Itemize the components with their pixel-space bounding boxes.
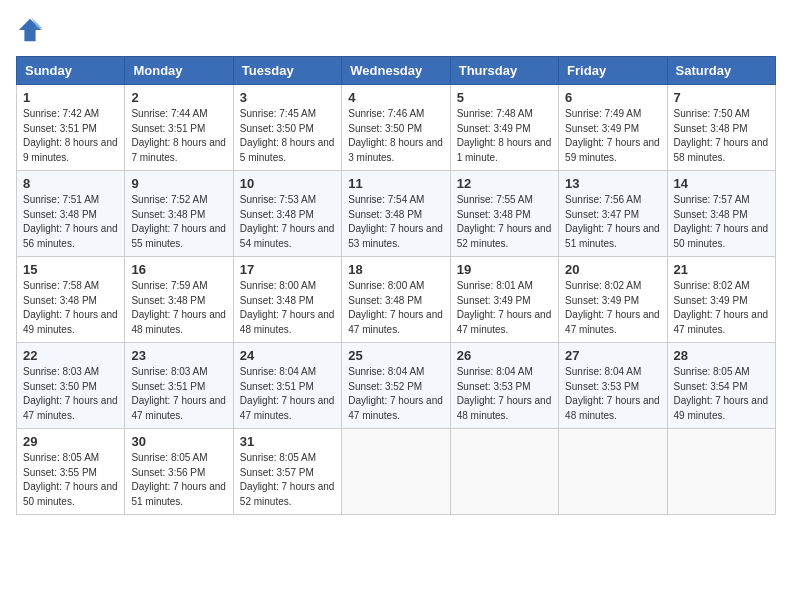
day-info: Sunrise: 8:05 AMSunset: 3:54 PMDaylight:… (674, 366, 769, 421)
calendar-cell (342, 429, 450, 515)
day-number: 11 (348, 176, 443, 191)
calendar-cell (559, 429, 667, 515)
calendar-cell: 7 Sunrise: 7:50 AMSunset: 3:48 PMDayligh… (667, 85, 775, 171)
day-info: Sunrise: 8:03 AMSunset: 3:51 PMDaylight:… (131, 366, 226, 421)
day-info: Sunrise: 8:05 AMSunset: 3:57 PMDaylight:… (240, 452, 335, 507)
day-info: Sunrise: 8:05 AMSunset: 3:56 PMDaylight:… (131, 452, 226, 507)
day-info: Sunrise: 8:05 AMSunset: 3:55 PMDaylight:… (23, 452, 118, 507)
day-number: 28 (674, 348, 769, 363)
day-info: Sunrise: 8:02 AMSunset: 3:49 PMDaylight:… (674, 280, 769, 335)
day-number: 1 (23, 90, 118, 105)
calendar-cell: 2 Sunrise: 7:44 AMSunset: 3:51 PMDayligh… (125, 85, 233, 171)
day-info: Sunrise: 8:02 AMSunset: 3:49 PMDaylight:… (565, 280, 660, 335)
day-info: Sunrise: 7:44 AMSunset: 3:51 PMDaylight:… (131, 108, 226, 163)
calendar-cell: 8 Sunrise: 7:51 AMSunset: 3:48 PMDayligh… (17, 171, 125, 257)
week-row-2: 8 Sunrise: 7:51 AMSunset: 3:48 PMDayligh… (17, 171, 776, 257)
day-number: 5 (457, 90, 552, 105)
day-number: 12 (457, 176, 552, 191)
day-number: 25 (348, 348, 443, 363)
day-info: Sunrise: 8:04 AMSunset: 3:51 PMDaylight:… (240, 366, 335, 421)
day-number: 8 (23, 176, 118, 191)
day-info: Sunrise: 7:56 AMSunset: 3:47 PMDaylight:… (565, 194, 660, 249)
day-number: 15 (23, 262, 118, 277)
calendar-cell: 6 Sunrise: 7:49 AMSunset: 3:49 PMDayligh… (559, 85, 667, 171)
calendar-cell: 26 Sunrise: 8:04 AMSunset: 3:53 PMDaylig… (450, 343, 558, 429)
day-number: 2 (131, 90, 226, 105)
calendar-cell: 30 Sunrise: 8:05 AMSunset: 3:56 PMDaylig… (125, 429, 233, 515)
calendar-cell: 12 Sunrise: 7:55 AMSunset: 3:48 PMDaylig… (450, 171, 558, 257)
header-cell-friday: Friday (559, 57, 667, 85)
calendar-header: SundayMondayTuesdayWednesdayThursdayFrid… (17, 57, 776, 85)
calendar-cell: 22 Sunrise: 8:03 AMSunset: 3:50 PMDaylig… (17, 343, 125, 429)
svg-marker-0 (19, 19, 41, 41)
day-info: Sunrise: 7:54 AMSunset: 3:48 PMDaylight:… (348, 194, 443, 249)
calendar-cell: 28 Sunrise: 8:05 AMSunset: 3:54 PMDaylig… (667, 343, 775, 429)
day-info: Sunrise: 7:50 AMSunset: 3:48 PMDaylight:… (674, 108, 769, 163)
calendar-cell: 20 Sunrise: 8:02 AMSunset: 3:49 PMDaylig… (559, 257, 667, 343)
day-info: Sunrise: 8:03 AMSunset: 3:50 PMDaylight:… (23, 366, 118, 421)
calendar-cell: 4 Sunrise: 7:46 AMSunset: 3:50 PMDayligh… (342, 85, 450, 171)
day-number: 22 (23, 348, 118, 363)
header-row: SundayMondayTuesdayWednesdayThursdayFrid… (17, 57, 776, 85)
logo-icon (16, 16, 44, 44)
day-number: 17 (240, 262, 335, 277)
day-number: 14 (674, 176, 769, 191)
day-info: Sunrise: 7:48 AMSunset: 3:49 PMDaylight:… (457, 108, 552, 163)
day-number: 21 (674, 262, 769, 277)
day-info: Sunrise: 8:01 AMSunset: 3:49 PMDaylight:… (457, 280, 552, 335)
day-number: 16 (131, 262, 226, 277)
day-info: Sunrise: 7:57 AMSunset: 3:48 PMDaylight:… (674, 194, 769, 249)
week-row-1: 1 Sunrise: 7:42 AMSunset: 3:51 PMDayligh… (17, 85, 776, 171)
week-row-5: 29 Sunrise: 8:05 AMSunset: 3:55 PMDaylig… (17, 429, 776, 515)
calendar-table: SundayMondayTuesdayWednesdayThursdayFrid… (16, 56, 776, 515)
header-cell-sunday: Sunday (17, 57, 125, 85)
calendar-cell: 25 Sunrise: 8:04 AMSunset: 3:52 PMDaylig… (342, 343, 450, 429)
day-info: Sunrise: 7:51 AMSunset: 3:48 PMDaylight:… (23, 194, 118, 249)
day-number: 19 (457, 262, 552, 277)
header-cell-tuesday: Tuesday (233, 57, 341, 85)
calendar-cell: 16 Sunrise: 7:59 AMSunset: 3:48 PMDaylig… (125, 257, 233, 343)
header (16, 16, 776, 44)
day-number: 3 (240, 90, 335, 105)
calendar-cell: 13 Sunrise: 7:56 AMSunset: 3:47 PMDaylig… (559, 171, 667, 257)
calendar-cell: 10 Sunrise: 7:53 AMSunset: 3:48 PMDaylig… (233, 171, 341, 257)
day-number: 6 (565, 90, 660, 105)
header-cell-saturday: Saturday (667, 57, 775, 85)
day-number: 26 (457, 348, 552, 363)
day-info: Sunrise: 8:04 AMSunset: 3:53 PMDaylight:… (565, 366, 660, 421)
header-cell-thursday: Thursday (450, 57, 558, 85)
calendar-cell: 11 Sunrise: 7:54 AMSunset: 3:48 PMDaylig… (342, 171, 450, 257)
header-cell-wednesday: Wednesday (342, 57, 450, 85)
calendar-cell: 27 Sunrise: 8:04 AMSunset: 3:53 PMDaylig… (559, 343, 667, 429)
calendar-cell (667, 429, 775, 515)
calendar-cell: 15 Sunrise: 7:58 AMSunset: 3:48 PMDaylig… (17, 257, 125, 343)
week-row-3: 15 Sunrise: 7:58 AMSunset: 3:48 PMDaylig… (17, 257, 776, 343)
calendar-cell: 17 Sunrise: 8:00 AMSunset: 3:48 PMDaylig… (233, 257, 341, 343)
day-info: Sunrise: 7:52 AMSunset: 3:48 PMDaylight:… (131, 194, 226, 249)
day-number: 30 (131, 434, 226, 449)
calendar-cell: 3 Sunrise: 7:45 AMSunset: 3:50 PMDayligh… (233, 85, 341, 171)
day-number: 18 (348, 262, 443, 277)
day-number: 24 (240, 348, 335, 363)
day-info: Sunrise: 7:45 AMSunset: 3:50 PMDaylight:… (240, 108, 335, 163)
day-number: 23 (131, 348, 226, 363)
calendar-cell (450, 429, 558, 515)
calendar-cell: 14 Sunrise: 7:57 AMSunset: 3:48 PMDaylig… (667, 171, 775, 257)
day-info: Sunrise: 7:46 AMSunset: 3:50 PMDaylight:… (348, 108, 443, 163)
day-number: 4 (348, 90, 443, 105)
calendar-cell: 24 Sunrise: 8:04 AMSunset: 3:51 PMDaylig… (233, 343, 341, 429)
calendar-cell: 23 Sunrise: 8:03 AMSunset: 3:51 PMDaylig… (125, 343, 233, 429)
week-row-4: 22 Sunrise: 8:03 AMSunset: 3:50 PMDaylig… (17, 343, 776, 429)
day-number: 29 (23, 434, 118, 449)
header-cell-monday: Monday (125, 57, 233, 85)
day-number: 10 (240, 176, 335, 191)
day-info: Sunrise: 7:49 AMSunset: 3:49 PMDaylight:… (565, 108, 660, 163)
day-info: Sunrise: 7:55 AMSunset: 3:48 PMDaylight:… (457, 194, 552, 249)
day-number: 20 (565, 262, 660, 277)
calendar-cell: 1 Sunrise: 7:42 AMSunset: 3:51 PMDayligh… (17, 85, 125, 171)
logo (16, 16, 48, 44)
calendar-body: 1 Sunrise: 7:42 AMSunset: 3:51 PMDayligh… (17, 85, 776, 515)
calendar-cell: 18 Sunrise: 8:00 AMSunset: 3:48 PMDaylig… (342, 257, 450, 343)
day-info: Sunrise: 7:42 AMSunset: 3:51 PMDaylight:… (23, 108, 118, 163)
day-number: 31 (240, 434, 335, 449)
